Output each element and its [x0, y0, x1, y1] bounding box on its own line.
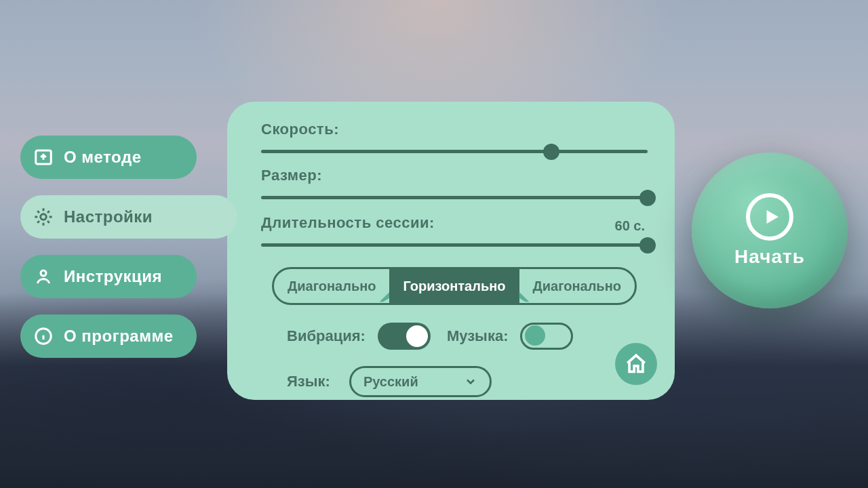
upload-icon — [33, 146, 54, 168]
direction-label: Диагонально — [288, 279, 376, 294]
toggles-row: Вибрация: Музыка: — [261, 323, 648, 350]
vibration-toggle[interactable] — [378, 323, 431, 350]
direction-option-diag-left[interactable]: Диагонально — [274, 269, 389, 303]
speed-row: Скорость: — [261, 121, 648, 161]
menu-label: О программе — [64, 327, 174, 346]
info-icon — [33, 325, 54, 347]
vibration-label: Вибрация: — [287, 327, 366, 345]
speed-slider-thumb[interactable] — [543, 144, 559, 160]
svg-point-1 — [41, 214, 47, 220]
direction-segmented: Диагонально Горизонтально Диагонально — [261, 267, 648, 305]
direction-option-horizontal[interactable]: Горизонтально — [389, 269, 519, 303]
duration-slider-thumb[interactable] — [639, 237, 656, 253]
language-select[interactable]: Русский — [349, 366, 492, 397]
settings-panel: Скорость: Размер: Длительность сессии: 6… — [227, 102, 675, 400]
speed-slider[interactable] — [261, 141, 648, 161]
start-button[interactable]: Начать — [692, 152, 848, 308]
chevron-down-icon — [464, 375, 477, 388]
slider-track — [261, 243, 648, 247]
direction-control[interactable]: Диагонально Горизонтально Диагонально — [272, 267, 637, 305]
direction-label: Горизонтально — [403, 279, 505, 294]
toggle-knob — [406, 325, 428, 347]
duration-row: Длительность сессии: 60 с. — [261, 214, 648, 255]
language-label: Язык: — [287, 373, 330, 390]
sidebar-menu: О методе Настройки Инструкция О программ… — [20, 136, 237, 358]
menu-label: Настройки — [64, 207, 153, 226]
home-icon — [625, 352, 648, 375]
play-icon — [746, 193, 793, 241]
menu-item-about-method[interactable]: О методе — [20, 136, 197, 179]
language-value: Русский — [363, 374, 418, 390]
menu-item-settings[interactable]: Настройки — [20, 195, 237, 239]
gear-icon — [33, 206, 54, 228]
menu-item-instructions[interactable]: Инструкция — [20, 255, 197, 298]
duration-label: Длительность сессии: — [261, 214, 648, 232]
size-label: Размер: — [261, 167, 648, 184]
menu-label: Инструкция — [64, 267, 162, 286]
menu-label: О методе — [64, 148, 141, 167]
start-label: Начать — [734, 246, 805, 268]
toggle-knob — [525, 325, 545, 346]
direction-label: Диагонально — [533, 279, 621, 294]
home-button[interactable] — [615, 343, 657, 385]
size-row: Размер: — [261, 167, 648, 207]
music-label: Музыка: — [447, 327, 509, 345]
menu-item-about-program[interactable]: О программе — [20, 314, 197, 358]
svg-point-2 — [41, 270, 46, 276]
size-slider-thumb[interactable] — [639, 190, 656, 206]
music-toggle[interactable] — [520, 323, 573, 350]
slider-track — [261, 196, 648, 199]
duration-slider[interactable]: 60 с. — [261, 235, 648, 255]
direction-option-diag-right[interactable]: Диагонально — [519, 269, 635, 303]
language-row: Язык: Русский — [261, 366, 648, 397]
slider-track — [261, 150, 648, 153]
speed-label: Скорость: — [261, 121, 648, 138]
size-slider[interactable] — [261, 187, 648, 207]
duration-value: 60 с. — [615, 218, 645, 234]
person-icon — [33, 266, 54, 287]
